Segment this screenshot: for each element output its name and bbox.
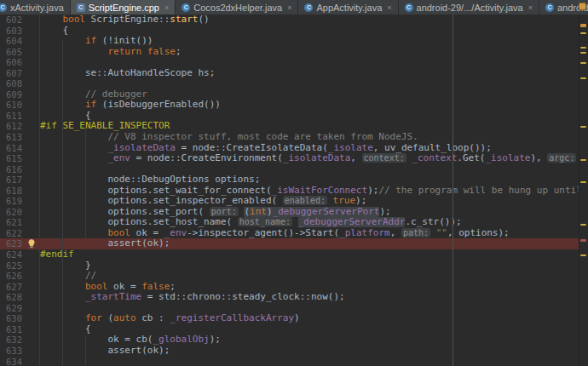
code-line[interactable]: 624#endif [0, 249, 579, 260]
tab-appactivity-java[interactable]: CAppActivity.java× [298, 0, 398, 14]
scrollbar-mark[interactable] [580, 77, 586, 79]
scrollbar-mark[interactable] [580, 181, 586, 183]
gutter-icon-area [26, 207, 40, 218]
line-number[interactable]: 625 [0, 260, 26, 272]
code-line[interactable]: 632 ok = cb(_globalObj); [0, 335, 579, 346]
code-line[interactable]: 625 } [0, 260, 579, 272]
code-line[interactable]: 615 _env = node::CreateEnvironment(_isol… [0, 153, 579, 164]
code-line[interactable]: 603 { [0, 26, 579, 37]
gutter-icon-area [26, 26, 40, 37]
code-line[interactable]: 606 [0, 57, 579, 68]
gutter-icon-area [26, 292, 40, 303]
code-line[interactable]: 621 options.set_host_name( host_name: _d… [0, 217, 579, 228]
tab-close-icon[interactable]: × [528, 3, 533, 12]
editor[interactable]: 602 bool ScriptEngine::start()603 {604 i… [0, 14, 579, 366]
scrollbar-mark[interactable] [580, 52, 586, 54]
scrollbar-mark[interactable] [580, 126, 586, 128]
line-number[interactable]: 604 [0, 36, 26, 47]
code-line[interactable]: 627 bool ok = false; [0, 282, 579, 293]
line-number[interactable]: 608 [0, 78, 26, 89]
line-number[interactable]: 624 [0, 249, 26, 260]
tab-xactivity-java[interactable]: CxActivity.java [0, 0, 71, 14]
line-number[interactable]: 606 [0, 57, 26, 68]
code-line[interactable]: 626 // [0, 271, 579, 282]
code-line[interactable]: 611 { [0, 111, 579, 122]
line-number[interactable]: 633 [0, 346, 26, 357]
line-number[interactable]: 626 [0, 271, 26, 282]
code-line[interactable]: 607 se::AutoHandleScope hs; [0, 68, 579, 79]
code-line[interactable]: 610 if (isDebuggerEnabled()) [0, 100, 579, 111]
line-number[interactable]: 611 [0, 111, 26, 122]
gutter-icon-area [26, 36, 40, 47]
code-line[interactable]: 619 options.set_inspector_enabled( enabl… [0, 196, 579, 207]
code-line[interactable]: 617 node::DebugOptions options; [0, 174, 579, 186]
code-line[interactable]: 634 [0, 357, 579, 366]
line-number[interactable]: 619 [0, 196, 26, 207]
line-number[interactable]: 614 [0, 143, 26, 154]
indent-guide [62, 40, 63, 366]
code-line[interactable]: 605 return false; [0, 47, 579, 58]
line-number[interactable]: 603 [0, 26, 26, 37]
line-number[interactable]: 620 [0, 207, 26, 218]
code-line[interactable]: 633 assert(ok); [0, 346, 579, 357]
code-line[interactable]: 629 [0, 303, 579, 314]
scrollbar-mark[interactable] [580, 224, 586, 226]
line-number[interactable]: 634 [0, 357, 26, 366]
scrollbar-mark[interactable] [580, 159, 586, 161]
code-line[interactable]: 613 // V8 inspector stuff, most code are… [0, 132, 579, 143]
line-number[interactable]: 627 [0, 282, 26, 293]
code-line[interactable]: 602 bool ScriptEngine::start() [0, 14, 579, 26]
tab-label: AppActivity.java [316, 3, 382, 13]
code-line[interactable]: 628 _startTime = std::chrono::steady_clo… [0, 292, 579, 303]
line-number[interactable]: 602 [0, 14, 26, 26]
inspection-indicator[interactable] [579, 3, 586, 10]
code-line[interactable]: 616 [0, 164, 579, 175]
line-number[interactable]: 605 [0, 47, 26, 58]
line-number[interactable]: 630 [0, 313, 26, 324]
tab-scriptengine-cpp[interactable]: CScriptEngine.cpp× [71, 0, 176, 14]
line-number[interactable]: 615 [0, 153, 26, 164]
code-line[interactable]: 614 _isolateData = node::CreateIsolateDa… [0, 143, 579, 154]
intention-bulb-icon[interactable] [27, 239, 36, 249]
code-line[interactable]: 630 for (auto cb : _registerCallbackArra… [0, 313, 579, 324]
error-stripe-scrollbar[interactable] [579, 14, 588, 366]
line-number[interactable]: 610 [0, 100, 26, 111]
tab-close-icon[interactable]: × [287, 3, 291, 12]
code-line[interactable]: 622 bool ok = _env->inspector_agent()->S… [0, 228, 579, 239]
code-line[interactable]: 612#if SE_ENABLE_INSPECTOR [0, 121, 579, 132]
tab-android-29-activity-java[interactable]: Candroid-29/.../Activity.java× [399, 0, 539, 14]
scrollbar-mark[interactable] [580, 62, 586, 64]
line-number[interactable]: 632 [0, 335, 26, 346]
scrollbar-mark[interactable] [580, 24, 586, 27]
line-number[interactable]: 607 [0, 68, 26, 79]
tab-close-icon[interactable]: × [164, 3, 169, 12]
gutter-icon-area [26, 249, 40, 260]
scrollbar-mark[interactable] [580, 239, 586, 242]
tab-close-icon[interactable]: × [387, 3, 391, 12]
code-line[interactable]: 604 if (!init()) [0, 36, 579, 47]
line-number[interactable]: 613 [0, 132, 26, 143]
scrollbar-mark[interactable] [580, 47, 586, 49]
line-number[interactable]: 612 [0, 121, 26, 132]
line-number[interactable]: 631 [0, 324, 26, 335]
line-number[interactable]: 618 [0, 186, 26, 197]
code-line[interactable]: 618 options.set_wait_for_connect(_isWait… [0, 186, 579, 197]
line-number[interactable]: 616 [0, 164, 26, 175]
gutter-icon-area [26, 303, 40, 314]
code-line[interactable]: 620 options.set_port( port: (int)_debugg… [0, 207, 579, 218]
line-number[interactable]: 623 [0, 238, 26, 249]
code-text: options.set_wait_for_connect(_isWaitForC… [40, 186, 579, 197]
code-line[interactable]: 623 assert(ok); [0, 238, 579, 249]
line-number[interactable]: 629 [0, 303, 26, 314]
tab-cocos2dxhelper-java[interactable]: CCocos2dxHelper.java× [176, 0, 298, 14]
code-line[interactable]: 609 // debugger [0, 89, 579, 100]
code-line[interactable]: 608 [0, 78, 579, 89]
line-number[interactable]: 621 [0, 217, 26, 228]
line-number[interactable]: 622 [0, 228, 26, 239]
line-number[interactable]: 609 [0, 89, 26, 100]
scrollbar-mark[interactable] [580, 254, 586, 256]
line-number[interactable]: 628 [0, 292, 26, 303]
scrollbar-mark[interactable] [580, 32, 586, 34]
code-line[interactable]: 631 { [0, 324, 579, 335]
line-number[interactable]: 617 [0, 174, 26, 186]
